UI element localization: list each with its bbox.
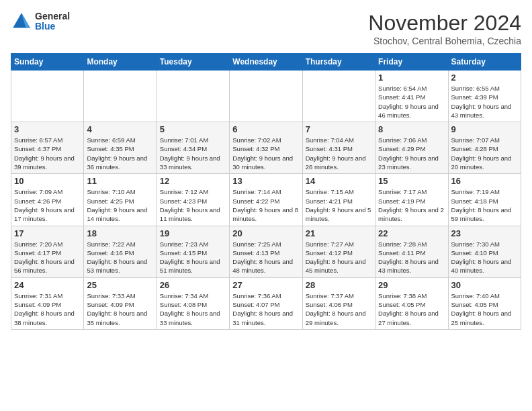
header-thursday: Thursday — [302, 54, 375, 71]
logo-icon — [11, 11, 32, 32]
day-info: Sunrise: 7:17 AMSunset: 4:19 PMDaylight:… — [378, 187, 445, 223]
day-number: 2 — [451, 73, 518, 83]
day-info: Sunrise: 6:54 AMSunset: 4:41 PMDaylight:… — [378, 84, 445, 120]
calendar-header: Sunday Monday Tuesday Wednesday Thursday… — [11, 54, 521, 71]
calendar-cell — [84, 71, 157, 122]
day-info: Sunrise: 7:09 AMSunset: 4:26 PMDaylight:… — [14, 187, 81, 223]
calendar-cell: 25Sunrise: 7:33 AMSunset: 4:09 PMDayligh… — [84, 277, 157, 329]
calendar-cell: 6Sunrise: 7:02 AMSunset: 4:32 PMDaylight… — [230, 122, 302, 174]
day-number: 15 — [378, 176, 445, 186]
day-number: 23 — [451, 228, 518, 238]
day-info: Sunrise: 6:57 AMSunset: 4:37 PMDaylight:… — [14, 136, 81, 171]
day-number: 10 — [14, 176, 81, 186]
month-title: November 2024 — [368, 11, 521, 36]
day-number: 20 — [232, 228, 299, 238]
day-info: Sunrise: 7:36 AMSunset: 4:07 PMDaylight:… — [232, 291, 299, 327]
day-number: 28 — [306, 280, 372, 290]
calendar-cell: 4Sunrise: 6:59 AMSunset: 4:35 PMDaylight… — [84, 122, 157, 174]
day-number: 6 — [232, 124, 299, 134]
calendar-cell: 13Sunrise: 7:14 AMSunset: 4:22 PMDayligh… — [230, 174, 302, 226]
calendar-cell: 11Sunrise: 7:10 AMSunset: 4:25 PMDayligh… — [84, 174, 157, 226]
day-info: Sunrise: 7:33 AMSunset: 4:09 PMDaylight:… — [87, 291, 153, 327]
calendar-cell: 20Sunrise: 7:25 AMSunset: 4:13 PMDayligh… — [230, 226, 302, 277]
calendar-cell — [157, 71, 229, 122]
header-monday: Monday — [84, 54, 157, 71]
calendar-table: Sunday Monday Tuesday Wednesday Thursday… — [11, 53, 521, 330]
day-number: 13 — [232, 176, 299, 186]
calendar-cell: 26Sunrise: 7:34 AMSunset: 4:08 PMDayligh… — [157, 277, 229, 329]
day-number: 19 — [160, 228, 226, 238]
day-info: Sunrise: 7:07 AMSunset: 4:28 PMDaylight:… — [451, 136, 518, 171]
day-info: Sunrise: 7:40 AMSunset: 4:05 PMDaylight:… — [451, 291, 518, 327]
day-info: Sunrise: 7:20 AMSunset: 4:17 PMDaylight:… — [14, 240, 81, 275]
day-info: Sunrise: 7:06 AMSunset: 4:29 PMDaylight:… — [378, 136, 445, 171]
day-number: 24 — [14, 280, 81, 290]
day-number: 14 — [306, 176, 372, 186]
logo-blue-text: Blue — [35, 21, 70, 32]
calendar-cell — [302, 71, 375, 122]
header-friday: Friday — [375, 54, 448, 71]
day-info: Sunrise: 7:01 AMSunset: 4:34 PMDaylight:… — [160, 136, 226, 171]
day-info: Sunrise: 7:28 AMSunset: 4:11 PMDaylight:… — [378, 240, 445, 275]
day-number: 1 — [378, 73, 445, 83]
calendar-cell: 9Sunrise: 7:07 AMSunset: 4:28 PMDaylight… — [448, 122, 521, 174]
logo-general-text: General — [35, 11, 70, 21]
calendar-cell: 16Sunrise: 7:19 AMSunset: 4:18 PMDayligh… — [448, 174, 521, 226]
day-info: Sunrise: 7:27 AMSunset: 4:12 PMDaylight:… — [306, 240, 372, 275]
day-number: 16 — [451, 176, 518, 186]
day-info: Sunrise: 7:04 AMSunset: 4:31 PMDaylight:… — [306, 136, 372, 171]
day-number: 11 — [87, 176, 153, 186]
header-sunday: Sunday — [11, 54, 84, 71]
calendar-cell: 21Sunrise: 7:27 AMSunset: 4:12 PMDayligh… — [302, 226, 375, 277]
day-number: 25 — [87, 280, 153, 290]
day-number: 5 — [160, 124, 226, 134]
day-info: Sunrise: 7:12 AMSunset: 4:23 PMDaylight:… — [160, 187, 226, 223]
calendar-cell: 29Sunrise: 7:38 AMSunset: 4:05 PMDayligh… — [375, 277, 448, 329]
calendar-cell: 10Sunrise: 7:09 AMSunset: 4:26 PMDayligh… — [11, 174, 84, 226]
header-wednesday: Wednesday — [230, 54, 302, 71]
day-info: Sunrise: 7:22 AMSunset: 4:16 PMDaylight:… — [87, 240, 153, 275]
calendar-cell: 28Sunrise: 7:37 AMSunset: 4:06 PMDayligh… — [302, 277, 375, 329]
calendar-cell: 23Sunrise: 7:30 AMSunset: 4:10 PMDayligh… — [448, 226, 521, 277]
calendar-cell: 1Sunrise: 6:54 AMSunset: 4:41 PMDaylight… — [375, 71, 448, 122]
calendar-cell: 5Sunrise: 7:01 AMSunset: 4:34 PMDaylight… — [157, 122, 229, 174]
calendar-cell: 7Sunrise: 7:04 AMSunset: 4:31 PMDaylight… — [302, 122, 375, 174]
day-info: Sunrise: 7:14 AMSunset: 4:22 PMDaylight:… — [232, 187, 299, 223]
calendar-cell: 17Sunrise: 7:20 AMSunset: 4:17 PMDayligh… — [11, 226, 84, 277]
day-info: Sunrise: 7:38 AMSunset: 4:05 PMDaylight:… — [378, 291, 445, 327]
header-tuesday: Tuesday — [157, 54, 229, 71]
calendar-cell: 30Sunrise: 7:40 AMSunset: 4:05 PMDayligh… — [448, 277, 521, 329]
calendar-cell: 27Sunrise: 7:36 AMSunset: 4:07 PMDayligh… — [230, 277, 302, 329]
calendar-cell: 3Sunrise: 6:57 AMSunset: 4:37 PMDaylight… — [11, 122, 84, 174]
day-info: Sunrise: 7:15 AMSunset: 4:21 PMDaylight:… — [306, 187, 372, 223]
day-number: 27 — [232, 280, 299, 290]
day-number: 18 — [87, 228, 153, 238]
calendar-cell: 19Sunrise: 7:23 AMSunset: 4:15 PMDayligh… — [157, 226, 229, 277]
calendar-cell — [11, 71, 84, 122]
calendar-cell — [230, 71, 302, 122]
day-info: Sunrise: 6:59 AMSunset: 4:35 PMDaylight:… — [87, 136, 153, 171]
day-info: Sunrise: 7:10 AMSunset: 4:25 PMDaylight:… — [87, 187, 153, 223]
logo: General Blue — [11, 11, 70, 32]
day-info: Sunrise: 7:31 AMSunset: 4:09 PMDaylight:… — [14, 291, 81, 327]
calendar-cell: 18Sunrise: 7:22 AMSunset: 4:16 PMDayligh… — [84, 226, 157, 277]
day-number: 26 — [160, 280, 226, 290]
day-number: 12 — [160, 176, 226, 186]
day-info: Sunrise: 7:34 AMSunset: 4:08 PMDaylight:… — [160, 291, 226, 327]
day-number: 22 — [378, 228, 445, 238]
day-number: 29 — [378, 280, 445, 290]
day-number: 30 — [451, 280, 518, 290]
day-info: Sunrise: 7:37 AMSunset: 4:06 PMDaylight:… — [306, 291, 372, 327]
calendar-cell: 14Sunrise: 7:15 AMSunset: 4:21 PMDayligh… — [302, 174, 375, 226]
calendar-cell: 22Sunrise: 7:28 AMSunset: 4:11 PMDayligh… — [375, 226, 448, 277]
location: Stochov, Central Bohemia, Czechia — [368, 36, 521, 46]
day-number: 9 — [451, 124, 518, 134]
header-saturday: Saturday — [448, 54, 521, 71]
day-info: Sunrise: 7:19 AMSunset: 4:18 PMDaylight:… — [451, 187, 518, 223]
calendar-cell: 2Sunrise: 6:55 AMSunset: 4:39 PMDaylight… — [448, 71, 521, 122]
day-info: Sunrise: 6:55 AMSunset: 4:39 PMDaylight:… — [451, 84, 518, 120]
day-info: Sunrise: 7:25 AMSunset: 4:13 PMDaylight:… — [232, 240, 299, 275]
day-info: Sunrise: 7:30 AMSunset: 4:10 PMDaylight:… — [451, 240, 518, 275]
calendar-body: 1Sunrise: 6:54 AMSunset: 4:41 PMDaylight… — [11, 71, 521, 330]
day-number: 7 — [306, 124, 372, 134]
